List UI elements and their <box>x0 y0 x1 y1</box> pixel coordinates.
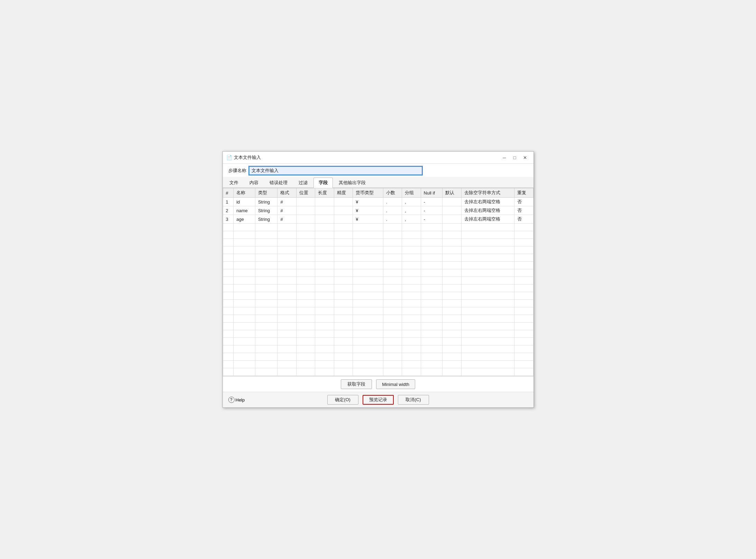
table-cell: # <box>277 215 296 224</box>
table-cell-empty <box>514 231 533 239</box>
table-row[interactable]: 2nameString#¥.,-去掉左右两端空格否 <box>223 206 533 215</box>
table-cell-empty <box>461 246 514 254</box>
table-cell-empty <box>315 315 334 323</box>
table-cell-empty <box>421 353 443 361</box>
table-cell-empty <box>514 353 533 361</box>
table-cell-empty <box>402 300 421 307</box>
table-cell-empty <box>255 224 277 231</box>
table-row-empty <box>223 300 533 307</box>
table-cell: 2 <box>223 206 234 215</box>
footer-center-buttons: 确定(O) 预览记录 取消(C) <box>327 395 429 405</box>
table-cell-empty <box>234 231 255 239</box>
table-cell-empty <box>255 262 277 269</box>
col-header-length: 长度 <box>315 188 334 198</box>
close-button[interactable]: ✕ <box>520 154 530 161</box>
table-cell <box>315 198 334 206</box>
table-cell-empty <box>223 368 234 376</box>
table-cell-empty <box>461 345 514 353</box>
table-cell-empty <box>223 353 234 361</box>
table-cell: name <box>234 206 255 215</box>
table-cell-empty <box>514 285 533 292</box>
table-cell-empty <box>443 292 461 300</box>
bottom-buttons-area: 获取字段 Minimal width <box>223 376 534 392</box>
table-cell-empty <box>334 361 353 368</box>
table-cell-empty <box>277 300 296 307</box>
table-cell-empty <box>255 300 277 307</box>
table-cell-empty <box>383 239 402 246</box>
table-cell-empty <box>334 246 353 254</box>
table-cell-empty <box>443 307 461 315</box>
table-cell-empty <box>334 345 353 353</box>
table-cell-empty <box>315 231 334 239</box>
table-cell-empty <box>334 285 353 292</box>
table-cell: 去掉左右两端空格 <box>461 215 514 224</box>
table-cell-empty <box>402 307 421 315</box>
table-cell-empty <box>402 345 421 353</box>
table-cell-empty <box>353 315 383 323</box>
maximize-button[interactable]: □ <box>510 154 520 161</box>
table-cell-empty <box>296 368 315 376</box>
table-cell-empty <box>334 292 353 300</box>
table-row[interactable]: 1idString#¥.,-去掉左右两端空格否 <box>223 198 533 206</box>
window-title: 文本文件输入 <box>234 154 500 161</box>
tab-filter[interactable]: 过滤 <box>293 178 313 188</box>
table-row-empty <box>223 307 533 315</box>
table-cell-empty <box>421 307 443 315</box>
ok-button[interactable]: 确定(O) <box>327 395 358 405</box>
table-cell: String <box>255 206 277 215</box>
help-area[interactable]: ? Help <box>228 397 245 403</box>
preview-button[interactable]: 预览记录 <box>363 395 394 405</box>
table-cell-empty <box>223 330 234 338</box>
table-cell: ¥ <box>353 206 383 215</box>
table-cell-empty <box>277 246 296 254</box>
tab-other[interactable]: 其他输出字段 <box>334 178 371 188</box>
tab-fields[interactable]: 字段 <box>313 178 333 188</box>
table-cell-empty <box>223 262 234 269</box>
table-cell-empty <box>334 368 353 376</box>
table-header-row: # 名称 类型 格式 位置 长度 精度 货币类型 小数 分组 Null if 默… <box>223 188 533 198</box>
table-cell-empty <box>296 262 315 269</box>
table-cell-empty <box>383 368 402 376</box>
get-fields-button[interactable]: 获取字段 <box>341 379 372 389</box>
table-cell-empty <box>461 239 514 246</box>
table-cell-empty <box>223 269 234 277</box>
table-cell-empty <box>421 224 443 231</box>
table-cell-empty <box>334 323 353 330</box>
minimize-button[interactable]: ─ <box>500 154 509 161</box>
table-cell-empty <box>514 330 533 338</box>
table-cell-empty <box>277 224 296 231</box>
tab-content[interactable]: 内容 <box>244 178 264 188</box>
minimal-width-button[interactable]: Minimal width <box>376 379 415 389</box>
table-cell-empty <box>223 307 234 315</box>
title-bar-buttons: ─ □ ✕ <box>500 154 530 161</box>
table-cell-empty <box>334 224 353 231</box>
table-cell-empty <box>296 231 315 239</box>
help-circle-icon: ? <box>228 397 235 403</box>
table-cell <box>315 215 334 224</box>
table-cell-empty <box>223 292 234 300</box>
table-cell-empty <box>255 231 277 239</box>
table-cell-empty <box>255 338 277 345</box>
table-cell-empty <box>461 224 514 231</box>
tab-file[interactable]: 文件 <box>224 178 244 188</box>
table-cell-empty <box>421 285 443 292</box>
table-cell-empty <box>421 262 443 269</box>
table-cell-empty <box>277 277 296 285</box>
table-row[interactable]: 3ageString#¥.,-去掉左右两端空格否 <box>223 215 533 224</box>
step-name-row: 步骤名称 <box>223 164 534 177</box>
table-cell-empty <box>255 292 277 300</box>
table-cell-empty <box>402 330 421 338</box>
table-cell-empty <box>255 285 277 292</box>
table-cell-empty <box>383 269 402 277</box>
cancel-button[interactable]: 取消(C) <box>398 395 429 405</box>
step-name-input[interactable] <box>249 166 422 175</box>
table-cell-empty <box>223 246 234 254</box>
table-cell-empty <box>402 231 421 239</box>
tab-error[interactable]: 错误处理 <box>264 178 293 188</box>
table-cell-empty <box>514 246 533 254</box>
table-cell-empty <box>402 361 421 368</box>
table-cell-empty <box>234 246 255 254</box>
table-cell-empty <box>514 224 533 231</box>
table-cell: . <box>383 206 402 215</box>
table-cell-empty <box>353 307 383 315</box>
